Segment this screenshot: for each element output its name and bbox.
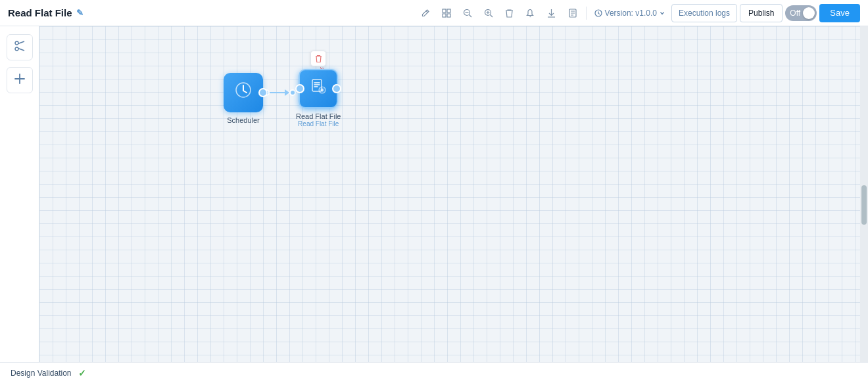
main-area: Scheduler 🖱 [0,26,868,362]
bottom-bar: Design Validation ✓ [0,362,868,383]
toggle-knob [803,7,815,19]
delete-node-button[interactable]: 🖱 [310,51,326,66]
grid-tool-button[interactable] [437,4,456,22]
read-flat-file-node[interactable]: 🖱 Read Flat File Read Flat File [296,69,341,127]
validation-check-icon: ✓ [78,368,86,378]
delete-toolbar-button[interactable] [500,4,519,22]
read-flat-sublabel: Read Flat File [298,120,339,127]
toolbar: Version: v1.0.0 Execution logs Publish O… [416,4,860,22]
svg-rect-1 [447,9,450,12]
scheduler-label: Scheduler [227,116,260,124]
read-flat-left-connector [295,84,304,93]
execution-logs-button[interactable]: Execution logs [671,4,737,22]
svg-rect-3 [447,14,450,17]
design-validation-label: Design Validation [11,369,72,378]
arrow-dot-right [289,89,296,96]
bell-button[interactable] [521,4,540,22]
svg-point-9 [15,47,18,51]
arrow-head [285,89,289,96]
edit-title-icon[interactable]: ✎ [76,8,84,18]
arrow-connector [263,89,296,96]
flow-container: Scheduler 🖱 [224,69,341,127]
active-toggle[interactable]: Off [785,5,817,21]
zoom-out-button[interactable] [458,4,477,22]
version-selector[interactable]: Version: v1.0.0 [591,7,669,20]
svg-rect-2 [443,14,446,17]
download-button[interactable] [542,4,561,22]
right-scrollbar[interactable] [860,26,868,362]
canvas[interactable]: Scheduler 🖱 [39,26,868,362]
svg-rect-0 [443,9,446,12]
publish-button[interactable]: Publish [740,4,783,22]
svg-point-8 [15,41,18,45]
read-flat-label: Read Flat File [296,112,341,120]
read-flat-icon [308,77,328,101]
plus-icon [14,73,26,88]
scheduler-node-box[interactable] [224,73,263,112]
save-button[interactable]: Save [819,4,860,22]
scheduler-icon [233,80,253,104]
title-text: Read Flat File [8,7,72,18]
read-flat-right-connector [332,84,341,93]
scissors-icon [13,39,26,56]
scheduler-right-connector [258,88,268,97]
scrollbar-thumb [861,185,867,225]
version-label: Version: v1.0.0 [605,9,657,18]
scissors-button[interactable] [7,34,33,60]
toggle-label: Off [790,9,800,18]
left-sidebar [0,26,39,362]
scheduler-node[interactable]: Scheduler [224,73,263,124]
read-flat-file-node-box[interactable] [299,69,338,108]
add-button[interactable] [7,67,33,93]
toggle-container: Off [785,5,817,21]
arrow-line-segment [270,92,285,93]
toolbar-separator [586,7,587,20]
page-title: Read Flat File ✎ [8,7,84,18]
zoom-in-button[interactable] [479,4,498,22]
doc-button[interactable] [564,4,582,22]
pen-tool-button[interactable] [416,4,435,22]
header: Read Flat File ✎ Version: v1 [0,0,868,26]
